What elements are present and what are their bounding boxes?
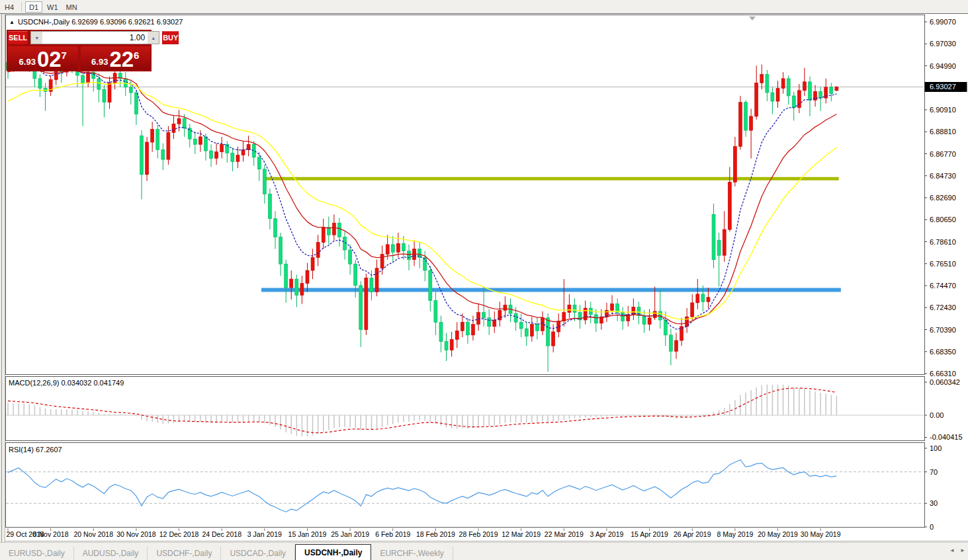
svg-text:6.78610: 6.78610 [930,238,956,246]
svg-text:15 Apr 2019: 15 Apr 2019 [631,530,668,538]
svg-text:0.00: 0.00 [930,411,944,419]
chart-tab-audusd-daily[interactable]: AUDUSD-,Daily [74,547,148,560]
svg-text:6.66310: 6.66310 [930,370,956,378]
svg-text:6.99070: 6.99070 [930,18,956,26]
svg-text:100: 100 [930,444,942,452]
svg-text:3 Apr 2019: 3 Apr 2019 [590,530,624,538]
svg-text:6.68350: 6.68350 [930,348,956,356]
svg-text:-0.040415: -0.040415 [930,433,963,441]
svg-text:6.80650: 6.80650 [930,216,956,223]
svg-text:30 Nov 2018: 30 Nov 2018 [116,530,156,538]
sell-price-big: 02 [37,50,62,69]
svg-text:0: 0 [930,523,934,531]
svg-text:6.74470: 6.74470 [930,282,956,290]
svg-text:6.82690: 6.82690 [930,194,956,202]
tab-scroll-right-icon[interactable]: ► [960,547,965,553]
svg-text:6.84730: 6.84730 [930,172,956,180]
timeframe-button-w1[interactable]: W1 [44,1,62,13]
svg-text:8 May 2019: 8 May 2019 [717,530,753,538]
volume-increase-icon[interactable]: ▲ [148,32,159,44]
window-left-edge [0,14,5,560]
svg-text:70: 70 [930,468,938,476]
svg-text:6.90910: 6.90910 [930,106,956,114]
svg-text:6.93027: 6.93027 [930,83,956,91]
chart-symbol-label: USDCNH-,Daily [18,18,69,26]
chart-tab-bar: EURUSD-,DailyAUDUSD-,DailyUSDCHF-,DailyU… [0,542,968,560]
svg-text:6.88810: 6.88810 [930,128,956,136]
sell-button[interactable]: SELL [8,31,28,44]
buy-price-sup: 6 [134,50,139,61]
svg-text:12 Mar 2019: 12 Mar 2019 [502,530,541,538]
rsi-panel [6,443,925,528]
svg-text:6.97030: 6.97030 [930,40,956,48]
svg-text:18 Feb 2019: 18 Feb 2019 [416,530,455,538]
timeframe-button-h4[interactable]: H4 [1,1,18,13]
buy-price-display[interactable]: 6.93 22 6 [81,46,151,70]
buy-price-big: 22 [109,50,134,69]
chart-tab-usdcnh-daily[interactable]: USDCNH-,Daily [295,544,371,560]
svg-text:20 May 2019: 20 May 2019 [758,530,798,538]
svg-text:24 Dec 2018: 24 Dec 2018 [202,530,242,538]
svg-text:6.70390: 6.70390 [930,326,956,334]
timeframe-button-d1[interactable]: D1 [25,1,42,13]
buy-price-prefix: 6.93 [91,57,108,67]
svg-text:6 Feb 2019: 6 Feb 2019 [375,530,410,538]
svg-text:12 Dec 2018: 12 Dec 2018 [159,530,199,538]
one-click-trading-panel: SELL ▼ ▲ BUY 6.93 02 7 6.93 22 6 [7,30,152,71]
macd-panel [6,377,925,441]
tab-scroll-left-icon[interactable]: ◄ [949,547,955,553]
chart-canvas[interactable]: 6.990706.970306.949906.909106.888106.867… [0,0,968,560]
collapse-panel-icon[interactable]: ▲ [9,19,15,25]
volume-input[interactable] [42,32,148,44]
chart-ohlc-values: 6.92699 6.93096 6.92621 6.93027 [71,18,183,26]
svg-text:6.72430: 6.72430 [930,303,956,311]
svg-text:6.86770: 6.86770 [930,150,956,158]
volume-stepper: ▼ ▲ [30,31,159,44]
svg-text:3 Jan 2019: 3 Jan 2019 [247,530,282,538]
chart-tab-eurusd-daily[interactable]: EURUSD-,Daily [0,547,74,560]
svg-text:25 Jan 2019: 25 Jan 2019 [331,530,369,538]
timeframe-toolbar: H4D1W1MN [0,0,968,14]
svg-text:26 Apr 2019: 26 Apr 2019 [674,530,711,538]
chart-tab-eurchf-weekly[interactable]: EURCHF-,Weekly [371,547,453,560]
sell-price-display[interactable]: 6.93 02 7 [8,46,78,70]
svg-text:6.76510: 6.76510 [930,260,956,268]
volume-decrease-icon[interactable]: ▼ [31,32,42,44]
chart-tab-usdchf-daily[interactable]: USDCHF-,Daily [148,547,221,560]
buy-button[interactable]: BUY [162,31,179,44]
macd-indicator-label: MACD(12,26,9) 0.034032 0.041749 [9,379,124,387]
svg-text:20 Nov 2018: 20 Nov 2018 [74,530,114,538]
sell-price-sup: 7 [62,50,67,61]
svg-text:30 May 2019: 30 May 2019 [801,530,841,538]
chart-title: ▲USDCNH-,Daily 6.92699 6.93096 6.92621 6… [9,18,183,26]
svg-text:15 Jan 2019: 15 Jan 2019 [288,530,327,538]
timeframe-button-mn[interactable]: MN [63,1,81,13]
svg-text:8 Nov 2018: 8 Nov 2018 [33,530,69,538]
svg-text:30: 30 [930,499,938,507]
toolbar-separator [21,2,22,12]
sell-price-prefix: 6.93 [19,57,36,67]
svg-text:0.060342: 0.060342 [930,378,960,386]
chart-tab-usdcad-daily[interactable]: USDCAD-,Daily [221,547,295,560]
rsi-indicator-label: RSI(14) 67.2607 [9,446,62,454]
svg-text:6.94990: 6.94990 [930,62,956,70]
svg-text:22 Mar 2019: 22 Mar 2019 [545,530,584,538]
price-axis-column [925,14,968,541]
svg-text:28 Feb 2019: 28 Feb 2019 [459,530,498,538]
tab-scroll-controls: ◄ ► [946,547,965,553]
